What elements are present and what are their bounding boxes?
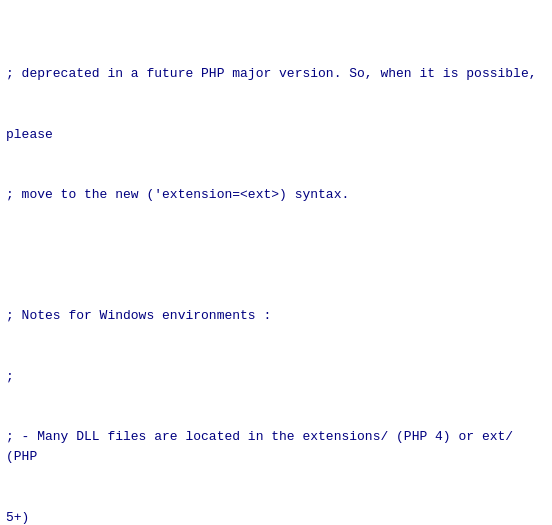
line-2: please xyxy=(6,125,546,145)
line-7: ; - Many DLL files are located in the ex… xyxy=(6,427,546,467)
line-3: ; move to the new ('extension=<ext>) syn… xyxy=(6,185,546,205)
line-1: ; deprecated in a future PHP major versi… xyxy=(6,64,546,84)
code-editor: ; deprecated in a future PHP major versi… xyxy=(0,0,552,525)
line-4 xyxy=(6,246,546,266)
line-8: 5+) xyxy=(6,508,546,525)
line-5: ; Notes for Windows environments : xyxy=(6,306,546,326)
line-6: ; xyxy=(6,367,546,387)
